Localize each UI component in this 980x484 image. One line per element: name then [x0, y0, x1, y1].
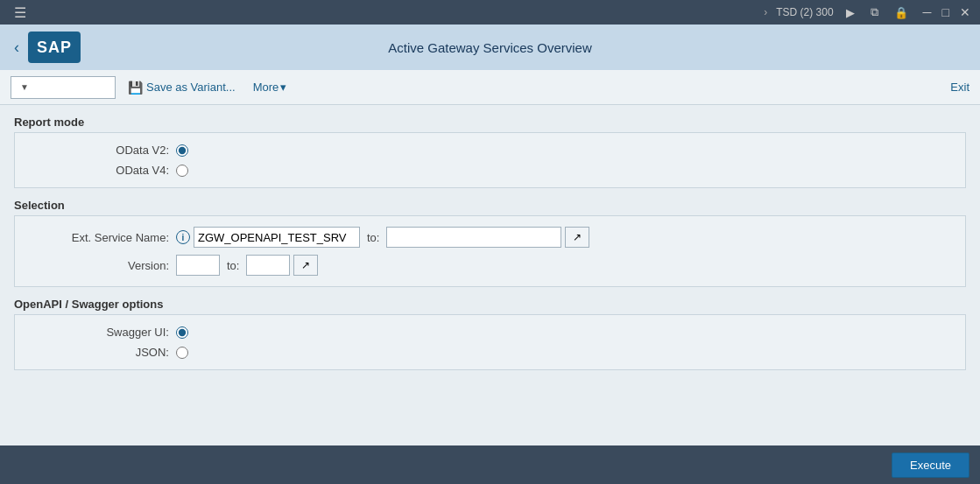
report-mode-section: Report mode OData V2: OData V4: [14, 116, 966, 188]
toolbar: ▼ 💾 Save as Variant... More ▾ Exit [0, 70, 980, 105]
maximize-button[interactable]: □ [940, 5, 952, 19]
swagger-ui-row: Swagger UI: [29, 326, 951, 339]
report-mode-title: Report mode [14, 116, 966, 129]
odata-v4-row: OData V4: [29, 164, 951, 177]
json-label: JSON: [29, 346, 169, 359]
system-info-text: TSD (2) 300 [776, 6, 833, 18]
search-icon: ↗ [573, 231, 582, 243]
odata-v2-radio[interactable] [176, 144, 188, 157]
app-header: ‹ SAP Active Gateway Services Overview [0, 25, 980, 70]
swagger-box: Swagger UI: JSON: [14, 314, 966, 370]
save-icon: 💾 [128, 81, 143, 95]
json-row: JSON: [29, 346, 951, 359]
chevron-right-icon[interactable]: › [764, 6, 767, 18]
sap-logo-text: SAP [37, 39, 72, 57]
window-controls: ─ □ ✕ [920, 5, 973, 19]
swagger-ui-label: Swagger UI: [29, 326, 169, 339]
info-icon[interactable]: i [176, 230, 190, 244]
swagger-ui-radio[interactable] [176, 326, 188, 339]
more-label: More [253, 81, 279, 94]
exit-button[interactable]: Exit [950, 81, 969, 94]
system-bar-left: ☰ [7, 4, 757, 21]
bottom-bar: Execute [0, 445, 980, 484]
back-button[interactable]: ‹ [14, 39, 19, 57]
play-button[interactable]: ▶ [843, 4, 858, 21]
lock-button[interactable]: 🔒 [891, 4, 912, 21]
system-bar: ☰ › TSD (2) 300 ▶ ⧉ 🔒 ─ □ ✕ [0, 0, 980, 25]
version-input[interactable] [176, 255, 220, 276]
ext-service-name-row: Ext. Service Name: i to: ↗ [29, 227, 951, 248]
minimize-button[interactable]: ─ [920, 5, 934, 19]
swagger-section: OpenAPI / Swagger options Swagger UI: JS… [14, 298, 966, 370]
clone-button[interactable]: ⧉ [867, 4, 882, 21]
more-chevron-icon: ▾ [280, 81, 286, 94]
to-label-1: to: [367, 231, 379, 244]
ext-service-name-input[interactable] [194, 227, 360, 248]
selection-section: Selection Ext. Service Name: i to: ↗ Ver… [14, 199, 966, 287]
execute-button[interactable]: Execute [892, 452, 969, 478]
version-search-icon: ↗ [301, 259, 310, 271]
page-title: Active Gateway Services Overview [388, 40, 592, 55]
ext-service-name-label: Ext. Service Name: [29, 231, 169, 244]
json-radio[interactable] [176, 347, 188, 359]
chevron-down-icon: ▼ [20, 82, 29, 92]
odata-v4-radio[interactable] [176, 165, 188, 177]
report-mode-box: OData V2: OData V4: [14, 132, 966, 188]
version-to-input[interactable] [246, 255, 290, 276]
save-variant-label: Save as Variant... [146, 81, 236, 94]
odata-v4-label: OData V4: [29, 164, 169, 177]
version-row: Version: to: ↗ [29, 255, 951, 276]
version-search-button[interactable]: ↗ [293, 255, 318, 276]
hamburger-icon[interactable]: ☰ [7, 4, 33, 21]
swagger-title: OpenAPI / Swagger options [14, 298, 966, 311]
odata-v2-label: OData V2: [29, 144, 169, 157]
selection-box: Ext. Service Name: i to: ↗ Version: to: … [14, 215, 966, 287]
ext-service-name-to-input[interactable] [386, 227, 561, 248]
main-content: Report mode OData V2: OData V4: Selectio… [0, 105, 980, 445]
sap-logo: SAP [28, 32, 81, 63]
save-variant-button[interactable]: 💾 Save as Variant... [123, 81, 241, 95]
variant-dropdown[interactable]: ▼ [11, 76, 116, 99]
close-button[interactable]: ✕ [957, 5, 973, 19]
to-label-2: to: [227, 259, 239, 272]
ext-service-search-button[interactable]: ↗ [565, 227, 589, 248]
more-button[interactable]: More ▾ [248, 81, 293, 94]
odata-v2-row: OData V2: [29, 144, 951, 157]
system-bar-right: › TSD (2) 300 ▶ ⧉ 🔒 ─ □ ✕ [764, 4, 973, 21]
version-label: Version: [29, 259, 169, 272]
selection-title: Selection [14, 199, 966, 212]
